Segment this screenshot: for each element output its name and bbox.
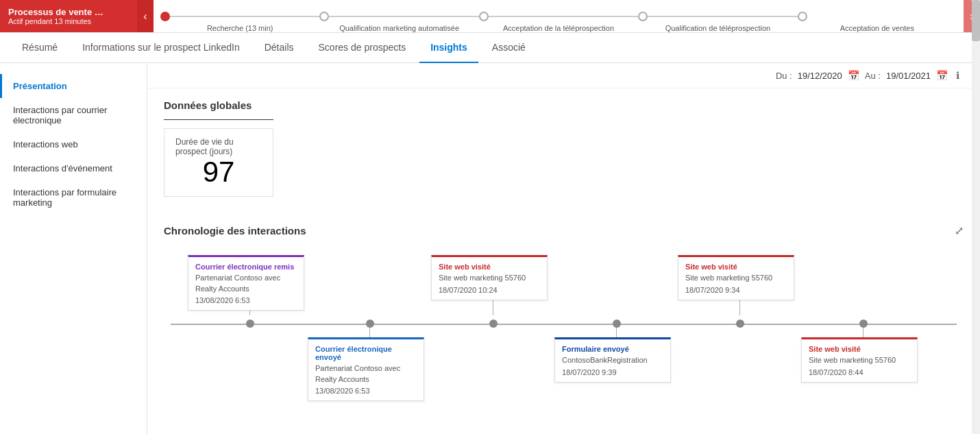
card-type-4: Site web visité: [685, 263, 787, 271]
expand-icon[interactable]: ⤢: [955, 224, 964, 237]
process-steps: Recherche (13 min)Qualification marketin…: [154, 12, 964, 21]
timeline-dot-0: [246, 320, 254, 328]
card-type-3: Formulaire envoyé: [562, 345, 663, 353]
sidebar-item-0[interactable]: Présentation: [0, 74, 147, 98]
process-step-3[interactable]: Qualification de téléprospection: [638, 12, 797, 21]
from-label: Du :: [776, 71, 792, 81]
process-step-0[interactable]: Recherche (13 min): [160, 12, 319, 21]
sidebar-item-2[interactable]: Interactions web: [0, 132, 147, 156]
step-line-1: [329, 16, 478, 17]
main-content: PrésentationInteractions par courrier él…: [0, 63, 980, 434]
card-desc-0: Partenariat Contoso avec Realty Accounts: [195, 273, 297, 294]
sidebar-item-3[interactable]: Interactions d'événement: [0, 156, 147, 180]
process-title: Processus de vente prospect-o...: [8, 7, 104, 17]
chronologie-title: Chronologie des interactions: [164, 225, 306, 237]
donnees-globales-section: Données globales Durée de vie du prospec…: [147, 88, 980, 208]
step-dot-0: [160, 12, 170, 21]
process-subtitle: Actif pendant 13 minutes: [8, 17, 104, 25]
tab-détails[interactable]: Détails: [254, 33, 305, 63]
card-type-1: Courrier électronique envoyé: [315, 345, 417, 361]
donnees-globales-title: Données globales: [164, 99, 964, 111]
card-date-4: 18/07/2020 9:34: [685, 286, 787, 294]
step-dot-1: [319, 12, 329, 21]
card-date-2: 18/07/2020 10:24: [439, 286, 540, 294]
timeline-dot-4: [736, 320, 744, 328]
sidebar-item-4[interactable]: Interactions par formulaire marketing: [0, 180, 147, 215]
card-label: Durée de vie du prospect (jours): [175, 137, 262, 156]
step-label-0: Recherche (13 min): [207, 24, 273, 32]
process-nav-left-button[interactable]: ‹: [137, 0, 154, 32]
tab-informations-sur-le-prospect-linkedin[interactable]: Informations sur le prospect LinkedIn: [71, 33, 251, 63]
sidebar-item-1[interactable]: Interactions par courrier électronique: [0, 98, 147, 132]
step-line-3: [648, 16, 797, 17]
timeline-dot-5: [859, 320, 868, 328]
card-date-5: 18/07/2020 8:44: [809, 368, 910, 376]
tab-navigation: RésuméInformations sur le prospect Linke…: [0, 33, 980, 63]
process-step-1[interactable]: Qualification marketing automatisée: [319, 12, 478, 21]
timeline: Courrier électronique remisPartenariat C…: [164, 248, 964, 399]
section-divider: [164, 119, 273, 120]
step-label-1: Qualification marketing automatisée: [339, 24, 459, 32]
timeline-dot-1: [366, 320, 374, 328]
to-date-calendar-icon[interactable]: 📅: [936, 70, 948, 81]
date-range-bar: Du : 19/12/2020 📅 Au : 19/01/2021 📅 ℹ: [147, 63, 980, 88]
card-date-1: 13/08/2020 6:53: [315, 387, 417, 395]
timeline-line: [171, 324, 957, 325]
card-value: 97: [175, 156, 262, 188]
card-date-0: 13/08/2020 6:53: [195, 296, 297, 304]
data-card: Durée de vie du prospect (jours) 97: [164, 128, 273, 197]
from-date-calendar-icon[interactable]: 📅: [848, 70, 859, 81]
process-bar: Processus de vente prospect-o... Actif p…: [0, 0, 980, 33]
tab-associé[interactable]: Associé: [481, 33, 537, 63]
step-label-3: Qualification de téléprospection: [665, 24, 770, 32]
timeline-card-0: Courrier électronique remisPartenariat C…: [188, 255, 304, 311]
chronologie-section: Chronologie des interactions ⤢ Courrier …: [147, 213, 980, 410]
step-label-2: Acceptation de la téléprospection: [503, 24, 614, 32]
tab-scores-de-prospects[interactable]: Scores de prospects: [308, 33, 417, 63]
process-step-2[interactable]: Acceptation de la téléprospection: [479, 12, 638, 21]
card-type-5: Site web visité: [809, 345, 910, 353]
card-type-2: Site web visité: [439, 263, 540, 271]
card-desc-3: ContosoBankRegistration: [562, 355, 663, 365]
chronologie-header: Chronologie des interactions ⤢: [164, 224, 964, 237]
to-label: Au :: [865, 71, 881, 81]
card-desc-5: Site web marketing 55760: [809, 355, 910, 365]
card-type-0: Courrier électronique remis: [195, 263, 297, 271]
process-bar-left: Processus de vente prospect-o... Actif p…: [0, 0, 137, 32]
content-area: Du : 19/12/2020 📅 Au : 19/01/2021 📅 ℹ Do…: [147, 63, 980, 434]
step-dot-4: [798, 12, 807, 21]
process-step-4[interactable]: Acceptation de ventes: [798, 12, 957, 21]
timeline-card-2: Site web visitéSite web marketing 557601…: [431, 255, 548, 300]
timeline-card-3: Formulaire envoyéContosoBankRegistration…: [554, 337, 671, 382]
timeline-dot-3: [613, 320, 621, 328]
info-icon[interactable]: ℹ: [956, 70, 959, 81]
timeline-card-5: Site web visitéSite web marketing 557601…: [801, 337, 918, 382]
scrollbar-track[interactable]: [972, 63, 980, 434]
step-label-4: Acceptation de ventes: [840, 24, 914, 32]
step-dot-2: [479, 12, 489, 21]
card-desc-1: Partenariat Contoso avec Realty Accounts: [315, 363, 417, 385]
from-date: 19/12/2020: [798, 71, 842, 81]
to-date: 19/01/2021: [886, 71, 931, 81]
card-desc-2: Site web marketing 55760: [439, 273, 540, 283]
step-dot-3: [638, 12, 648, 21]
step-line-2: [489, 16, 638, 17]
tab-insights[interactable]: Insights: [419, 33, 478, 63]
tab-résumé[interactable]: Résumé: [11, 33, 69, 63]
card-date-3: 18/07/2020 9:39: [562, 368, 663, 376]
timeline-dot-2: [489, 320, 498, 328]
card-desc-4: Site web marketing 55760: [685, 273, 787, 283]
timeline-card-1: Courrier électronique envoyéPartenariat …: [308, 337, 424, 401]
sidebar: PrésentationInteractions par courrier él…: [0, 63, 147, 434]
timeline-card-4: Site web visitéSite web marketing 557601…: [678, 255, 794, 300]
step-line-0: [170, 16, 319, 17]
